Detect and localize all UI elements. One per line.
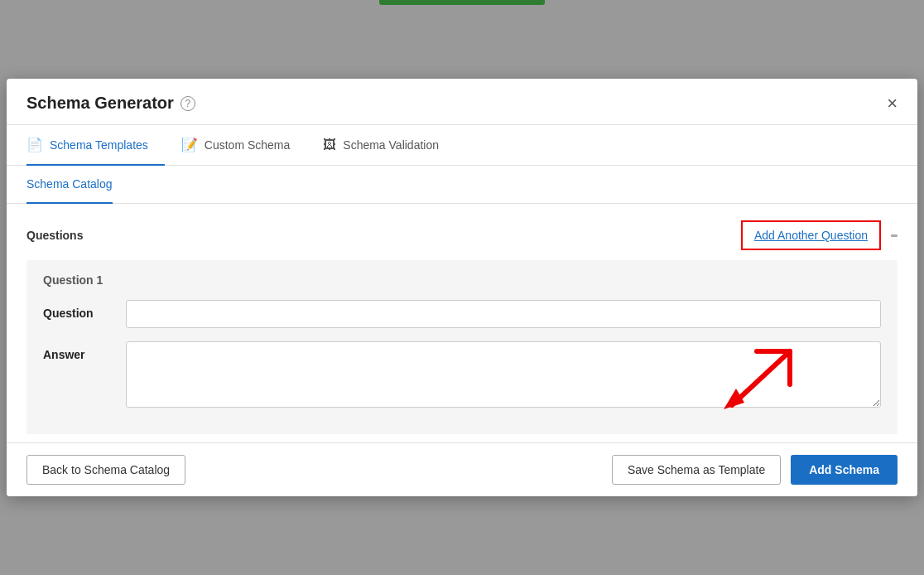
modal-footer: Back to Schema Catalog Save Schema as Te… (7, 442, 917, 496)
save-schema-as-template-button[interactable]: Save Schema as Template (612, 455, 781, 485)
tab-custom-schema-label: Custom Schema (205, 138, 290, 152)
tab-custom-schema[interactable]: 📝 Custom Schema (181, 125, 306, 166)
modal-body: Schema Catalog Questions Add Another Que… (7, 166, 917, 442)
answer-field-row: Answer (43, 341, 881, 408)
footer-right-actions: Save Schema as Template Add Schema (612, 455, 898, 485)
answer-textarea[interactable] (126, 341, 881, 408)
tab-schema-templates-label: Schema Templates (50, 138, 148, 152)
modal-title-area: Schema Generator ? (26, 94, 195, 124)
top-tabs: 📄 Schema Templates 📝 Custom Schema 🖼 Sch… (7, 125, 917, 166)
question-input[interactable] (126, 300, 881, 328)
sub-tabs: Schema Catalog (7, 166, 917, 204)
question-1-title: Question 1 (43, 273, 881, 287)
questions-label: Questions (26, 229, 83, 242)
scrollable-content[interactable]: Question 1 Question Answer (26, 260, 898, 442)
answer-field-label: Answer (43, 341, 109, 361)
modal-title: Schema Generator (26, 94, 174, 113)
schema-validation-icon: 🖼 (323, 138, 336, 152)
tab-schema-templates[interactable]: 📄 Schema Templates (26, 125, 165, 166)
question-field-row: Question (43, 300, 881, 328)
modal-overlay: Schema Generator ? × 📄 Schema Templates … (0, 0, 924, 575)
modal-header: Schema Generator ? × (7, 79, 917, 125)
questions-header: Questions Add Another Question (26, 220, 898, 250)
progress-bar (379, 0, 545, 5)
custom-schema-icon: 📝 (181, 137, 198, 152)
content-area: Questions Add Another Question Question … (7, 204, 917, 442)
help-icon[interactable]: ? (180, 96, 195, 111)
sub-tab-schema-catalog[interactable]: Schema Catalog (26, 166, 113, 204)
scrollbar-up-indicator (891, 234, 898, 237)
add-schema-button[interactable]: Add Schema (791, 455, 898, 485)
schema-generator-modal: Schema Generator ? × 📄 Schema Templates … (7, 79, 917, 496)
question-field-label: Question (43, 300, 109, 320)
question-1-block: Question 1 Question Answer (26, 260, 898, 434)
close-button[interactable]: × (887, 94, 898, 124)
add-another-question-link[interactable]: Add Another Question (741, 220, 881, 250)
back-to-schema-catalog-button[interactable]: Back to Schema Catalog (26, 455, 185, 485)
sub-tab-schema-catalog-label: Schema Catalog (26, 177, 113, 191)
tab-schema-validation-label: Schema Validation (343, 138, 439, 152)
schema-templates-icon: 📄 (26, 137, 43, 152)
tab-schema-validation[interactable]: 🖼 Schema Validation (323, 125, 455, 166)
